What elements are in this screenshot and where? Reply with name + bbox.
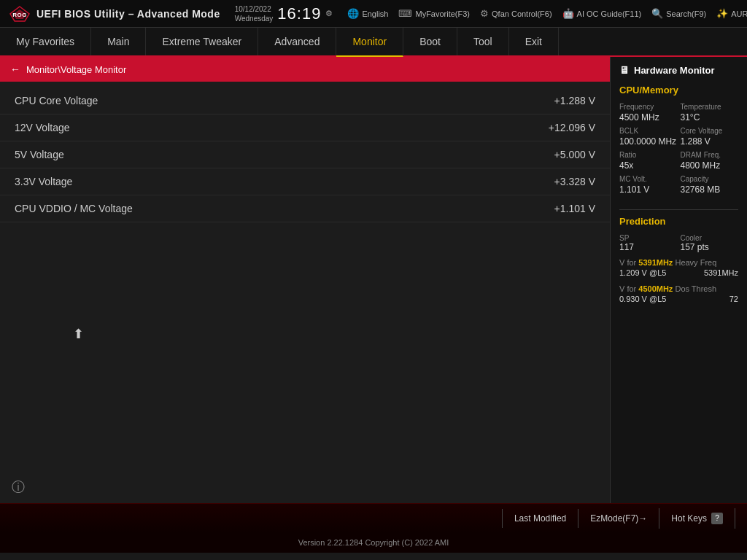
nav-my-favorites[interactable]: My Favorites bbox=[0, 28, 91, 55]
bclk-cell: BCLK 100.0000 MHz bbox=[619, 127, 678, 147]
dram-freq-label: DRAM Freq. bbox=[681, 151, 739, 159]
v-for-4500-prefix: V for bbox=[619, 284, 638, 293]
hardware-monitor-panel: 🖥 Hardware Monitor CPU/Memory Frequency … bbox=[610, 57, 747, 503]
globe-icon: 🌐 bbox=[347, 8, 359, 19]
last-modified-button[interactable]: Last Modified bbox=[502, 509, 578, 528]
shortcut-english-label: English bbox=[362, 9, 388, 18]
sp-label: SP bbox=[619, 234, 678, 242]
shortcut-qfan-label: Qfan Control(F6) bbox=[492, 9, 552, 18]
sp-cell: SP 117 bbox=[619, 234, 678, 252]
ratio-label: Ratio bbox=[619, 151, 678, 159]
temperature-label: Temperature bbox=[681, 103, 739, 111]
keyboard-icon: ⌨ bbox=[398, 8, 412, 19]
voltage-label-33v: 3.3V Voltage bbox=[15, 176, 72, 187]
top-shortcuts: 🌐 English ⌨ MyFavorite(F3) ⚙ Qfan Contro… bbox=[347, 8, 747, 19]
capacity-cell: Capacity 32768 MB bbox=[681, 175, 739, 195]
hot-keys-label: Hot Keys bbox=[671, 513, 707, 524]
capacity-label: Capacity bbox=[681, 175, 739, 183]
header-bar: ROG UEFI BIOS Utility – Advanced Mode 10… bbox=[0, 0, 747, 28]
prediction-5391-block: V for 5391MHz Heavy Freq 1.209 V @L5 539… bbox=[619, 258, 738, 277]
mc-volt-value: 1.101 V bbox=[619, 184, 678, 195]
time-display: 16:19 bbox=[277, 4, 321, 23]
ez-mode-label: EzMode(F7)→ bbox=[590, 513, 647, 524]
freq-4500-highlight: 4500MHz bbox=[638, 284, 673, 293]
nav-exit[interactable]: Exit bbox=[509, 28, 559, 55]
version-text: Version 2.22.1284 Copyright (C) 2022 AMI bbox=[298, 538, 449, 547]
nav-extreme-tweaker[interactable]: Extreme Tweaker bbox=[146, 28, 258, 55]
frequency-cell: Frequency 4500 MHz bbox=[619, 103, 678, 122]
prediction-4500-row: 0.930 V @L5 72 bbox=[619, 295, 738, 303]
temperature-value: 31°C bbox=[681, 112, 739, 122]
dram-freq-value: 4800 MHz bbox=[681, 160, 739, 171]
shortcut-aioc[interactable]: 🤖 AI OC Guide(F11) bbox=[562, 8, 642, 19]
nav-boot[interactable]: Boot bbox=[403, 28, 457, 55]
voltage-label-5v: 5V Voltage bbox=[15, 149, 64, 160]
prediction-section-title: Prediction bbox=[619, 216, 738, 227]
info-circle-icon: ⓘ bbox=[12, 480, 25, 494]
mc-volt-label: MC Volt. bbox=[619, 175, 678, 183]
monitor-screen-icon: 🖥 bbox=[619, 64, 630, 76]
frequency-value: 4500 MHz bbox=[619, 112, 678, 122]
nav-monitor[interactable]: Monitor bbox=[336, 28, 403, 57]
bclk-value: 100.0000 MHz bbox=[619, 136, 678, 147]
bclk-label: BCLK bbox=[619, 127, 678, 135]
hot-keys-question-icon: ? bbox=[711, 513, 723, 524]
voltage-label-vddio: CPU VDDIO / MC Voltage bbox=[15, 203, 133, 214]
voltage-list: CPU Core Voltage +1.288 V 12V Voltage +1… bbox=[0, 82, 610, 282]
shortcut-aura-label: AURA(F4) bbox=[731, 9, 747, 18]
svg-text:ROG: ROG bbox=[12, 12, 27, 18]
aura-icon: ✨ bbox=[716, 8, 728, 19]
back-arrow-icon[interactable]: ← bbox=[10, 63, 20, 75]
shortcut-myfavorite-label: MyFavorite(F3) bbox=[415, 9, 470, 18]
main-panel: ← Monitor\Voltage Monitor CPU Core Volta… bbox=[0, 57, 610, 503]
hw-monitor-title: 🖥 Hardware Monitor bbox=[619, 64, 738, 76]
prediction-grid: SP 117 Cooler 157 pts bbox=[619, 234, 738, 252]
voltage-row-vddio[interactable]: CPU VDDIO / MC Voltage +1.101 V bbox=[0, 195, 610, 222]
hot-keys-button[interactable]: Hot Keys ? bbox=[659, 508, 735, 529]
cpu-memory-section-title: CPU/Memory bbox=[619, 85, 738, 96]
voltage-value-cpu-core: +1.288 V bbox=[554, 95, 595, 106]
settings-icon[interactable]: ⚙ bbox=[325, 9, 333, 18]
ratio-cell: Ratio 45x bbox=[619, 151, 678, 171]
nav-tool[interactable]: Tool bbox=[457, 28, 509, 55]
search-icon: 🔍 bbox=[651, 8, 663, 19]
sp-value: 117 bbox=[619, 242, 678, 252]
time-area: 10/12/2022Wednesday 16:19 ⚙ bbox=[235, 4, 333, 23]
shortcut-qfan[interactable]: ⚙ Qfan Control(F6) bbox=[480, 8, 552, 19]
prediction-4500-block: V for 4500MHz Dos Thresh 0.930 V @L5 72 bbox=[619, 284, 738, 303]
prediction-5391-row: 1.209 V @L5 5391MHz bbox=[619, 268, 738, 277]
core-voltage-label: Core Voltage bbox=[681, 127, 739, 135]
hw-monitor-title-text: Hardware Monitor bbox=[634, 65, 715, 76]
navbar: My Favorites Main Extreme Tweaker Advanc… bbox=[0, 28, 747, 57]
nav-main[interactable]: Main bbox=[91, 28, 146, 55]
date-display: 10/12/2022Wednesday bbox=[235, 4, 274, 23]
voltage-row-cpu-core[interactable]: CPU Core Voltage +1.288 V bbox=[0, 88, 610, 114]
mc-volt-cell: MC Volt. 1.101 V bbox=[619, 175, 678, 195]
ez-mode-button[interactable]: EzMode(F7)→ bbox=[578, 509, 659, 528]
v-5391-value: 1.209 V @L5 bbox=[619, 268, 666, 277]
content-wrapper: ← Monitor\Voltage Monitor CPU Core Volta… bbox=[0, 57, 747, 503]
shortcut-english[interactable]: 🌐 English bbox=[347, 8, 388, 19]
voltage-row-33v[interactable]: 3.3V Voltage +3.328 V bbox=[0, 168, 610, 195]
breadcrumb: ← Monitor\Voltage Monitor bbox=[0, 57, 610, 82]
cursor-area: ⬆ bbox=[0, 282, 610, 471]
voltage-value-33v: +3.328 V bbox=[554, 176, 595, 187]
temperature-cell: Temperature 31°C bbox=[681, 103, 739, 122]
v-for-5391-prefix: V for bbox=[619, 258, 638, 267]
logo-area: ROG UEFI BIOS Utility – Advanced Mode bbox=[9, 5, 220, 23]
shortcut-myfavorite[interactable]: ⌨ MyFavorite(F3) bbox=[398, 8, 470, 19]
last-modified-label: Last Modified bbox=[514, 513, 566, 524]
cooler-label: Cooler bbox=[681, 234, 739, 242]
voltage-row-5v[interactable]: 5V Voltage +5.000 V bbox=[0, 141, 610, 168]
shortcut-aura[interactable]: ✨ AURA(F4) bbox=[716, 8, 747, 19]
heavy-freq-value: 5391MHz bbox=[704, 268, 738, 277]
voltage-row-12v[interactable]: 12V Voltage +12.096 V bbox=[0, 114, 610, 141]
frequency-label: Frequency bbox=[619, 103, 678, 111]
voltage-value-vddio: +1.101 V bbox=[554, 203, 595, 214]
ratio-value: 45x bbox=[619, 160, 678, 171]
capacity-value: 32768 MB bbox=[681, 184, 739, 195]
cpu-memory-grid: Frequency 4500 MHz Temperature 31°C BCLK… bbox=[619, 103, 738, 195]
shortcut-aioc-label: AI OC Guide(F11) bbox=[577, 9, 642, 18]
nav-advanced[interactable]: Advanced bbox=[258, 28, 336, 55]
shortcut-search[interactable]: 🔍 Search(F9) bbox=[651, 8, 706, 19]
